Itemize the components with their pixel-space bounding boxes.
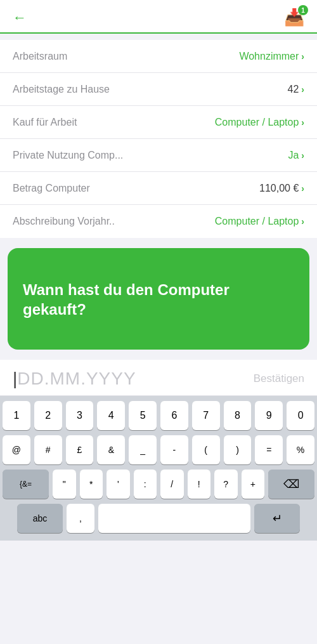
chevron-icon: › — [301, 216, 304, 227]
key-minus[interactable]: - — [160, 435, 188, 464]
green-card-text: Wann hast du den Computer gekauft? — [23, 280, 294, 319]
chevron-icon: › — [301, 51, 304, 62]
chevron-icon: › — [301, 117, 304, 128]
key-1[interactable]: 1 — [3, 401, 30, 430]
key-hash[interactable]: # — [34, 435, 62, 464]
form-row-arbeitsraum[interactable]: Arbeitsraum Wohnzimmer › — [0, 40, 317, 73]
row-label-private: Private Nutzung Comp... — [13, 150, 123, 161]
key-slash[interactable]: / — [160, 470, 184, 499]
keyboard-row-numbers: 1 2 3 4 5 6 7 8 9 0 — [3, 401, 314, 430]
key-abc[interactable]: abc — [17, 504, 63, 533]
form-row-kauf[interactable]: Kauf für Arbeit Computer / Laptop › — [0, 106, 317, 139]
row-value-betrag: 110,00 € › — [259, 183, 304, 194]
confirm-button[interactable]: Bestätigen — [254, 372, 304, 385]
key-6[interactable]: 6 — [160, 401, 188, 430]
date-cursor: | — [13, 369, 17, 389]
row-value-abschreibung: Computer / Laptop › — [215, 216, 304, 227]
date-input-row[interactable]: | DD.MM.YYYY Bestätigen — [0, 360, 317, 396]
row-label-arbeitsraum: Arbeitsraum — [13, 51, 67, 62]
header: ← 📥 1 — [0, 0, 317, 34]
key-switch-symbols[interactable]: {&= — [3, 470, 49, 499]
key-at[interactable]: @ — [3, 435, 30, 464]
backspace-key[interactable]: ⌫ — [268, 470, 314, 499]
key-underscore[interactable]: _ — [129, 435, 157, 464]
key-exclaim[interactable]: ! — [188, 470, 211, 499]
date-input-field[interactable]: | DD.MM.YYYY — [13, 369, 136, 389]
key-2[interactable]: 2 — [34, 401, 62, 430]
keyboard: 1 2 3 4 5 6 7 8 9 0 @ # £ & _ - ( ) = % … — [0, 396, 317, 541]
key-space[interactable] — [98, 504, 250, 533]
key-8[interactable]: 8 — [224, 401, 252, 430]
key-9[interactable]: 9 — [255, 401, 283, 430]
form-row-private[interactable]: Private Nutzung Comp... Ja › — [0, 139, 317, 172]
chevron-icon: › — [301, 84, 304, 95]
key-5[interactable]: 5 — [129, 401, 157, 430]
key-pound[interactable]: £ — [66, 435, 94, 464]
inbox-button[interactable]: 📥 1 — [284, 8, 304, 27]
keyboard-row-bottom: abc , ↵ — [3, 504, 314, 533]
form-row-abschreibung[interactable]: Abschreibung Vorjahr.. Computer / Laptop… — [0, 205, 317, 238]
form-row-betrag[interactable]: Betrag Computer 110,00 € › — [0, 172, 317, 205]
row-value-private: Ja › — [288, 150, 304, 161]
form-list: Arbeitsraum Wohnzimmer › Arbeitstage zu … — [0, 40, 317, 238]
key-percent[interactable]: % — [287, 435, 314, 464]
key-plus[interactable]: + — [242, 470, 265, 499]
key-equals[interactable]: = — [255, 435, 283, 464]
row-label-arbeitstage: Arbeitstage zu Hause — [13, 84, 110, 95]
row-value-arbeitsraum: Wohnzimmer › — [239, 51, 304, 62]
row-value-kauf: Computer / Laptop › — [215, 117, 304, 128]
keyboard-row-more-symbols: {&= " * ' : / ! ? + ⌫ — [3, 470, 314, 499]
key-4[interactable]: 4 — [97, 401, 125, 430]
key-lparen[interactable]: ( — [192, 435, 220, 464]
key-comma[interactable]: , — [67, 504, 94, 533]
row-label-betrag: Betrag Computer — [13, 183, 90, 194]
row-label-kauf: Kauf für Arbeit — [13, 117, 77, 128]
form-row-arbeitstage[interactable]: Arbeitstage zu Hause 42 › — [0, 73, 317, 106]
key-star[interactable]: * — [80, 470, 103, 499]
key-rparen[interactable]: ) — [224, 435, 252, 464]
key-0[interactable]: 0 — [287, 401, 314, 430]
key-amp[interactable]: & — [97, 435, 125, 464]
key-apostrophe[interactable]: ' — [107, 470, 130, 499]
back-button[interactable]: ← — [13, 10, 27, 26]
date-placeholder: DD.MM.YYYY — [17, 369, 136, 389]
key-return[interactable]: ↵ — [254, 504, 300, 533]
keyboard-row-symbols: @ # £ & _ - ( ) = % — [3, 435, 314, 464]
inbox-badge: 1 — [298, 5, 308, 15]
key-quote[interactable]: " — [53, 470, 76, 499]
key-7[interactable]: 7 — [192, 401, 220, 430]
chevron-icon: › — [301, 183, 304, 194]
chevron-icon: › — [301, 150, 304, 161]
key-question[interactable]: ? — [214, 470, 238, 499]
key-colon[interactable]: : — [134, 470, 157, 499]
row-label-abschreibung: Abschreibung Vorjahr.. — [13, 216, 115, 227]
green-card: Wann hast du den Computer gekauft? — [8, 248, 309, 350]
key-3[interactable]: 3 — [66, 401, 94, 430]
row-value-arbeitstage: 42 › — [288, 84, 304, 95]
